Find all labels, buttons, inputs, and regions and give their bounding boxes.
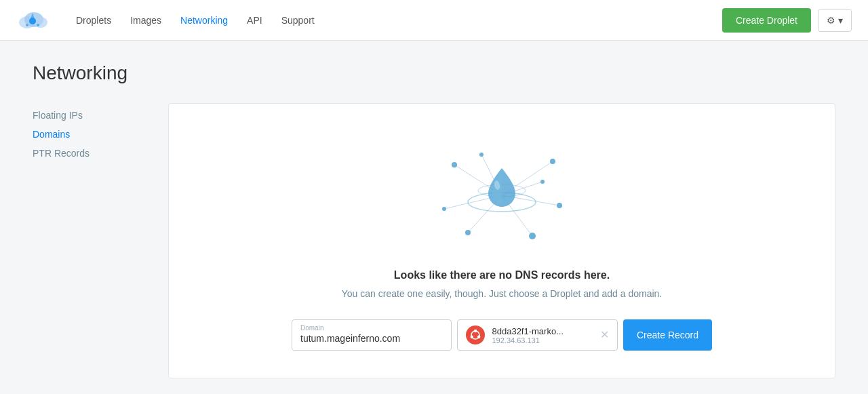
settings-button[interactable]: ⚙ ▾ <box>818 9 852 32</box>
svg-point-30 <box>471 336 473 338</box>
domain-input[interactable] <box>300 333 443 344</box>
domain-input-wrap[interactable]: Domain <box>292 319 452 351</box>
nav-support[interactable]: Support <box>281 15 315 26</box>
droplet-avatar <box>466 326 485 344</box>
svg-point-4 <box>29 18 36 24</box>
create-record-button[interactable]: Create Record <box>623 319 712 351</box>
content-layout: Floating IPs Domains PTR Records <box>33 103 835 378</box>
svg-point-20 <box>442 207 446 211</box>
svg-point-28 <box>474 330 477 332</box>
svg-point-15 <box>452 162 457 168</box>
svg-point-22 <box>479 153 484 157</box>
logo <box>16 7 49 33</box>
empty-state-title: Looks like there are no DNS records here… <box>394 269 610 281</box>
svg-point-17 <box>557 203 562 208</box>
sidebar-item-domains[interactable]: Domains <box>33 125 168 144</box>
sidebar-item-floating-ips[interactable]: Floating IPs <box>33 106 168 125</box>
nav-networking[interactable]: Networking <box>180 15 228 26</box>
droplet-info: 8dda32f1-marko... 192.34.63.131 <box>492 326 593 344</box>
svg-point-29 <box>477 336 480 338</box>
page-title: Networking <box>33 62 835 84</box>
svg-point-19 <box>465 230 471 235</box>
main-panel: Looks like there are no DNS records here… <box>168 103 835 378</box>
sidebar: Floating IPs Domains PTR Records <box>33 103 168 378</box>
svg-point-6 <box>37 24 39 26</box>
empty-state-illustration <box>427 131 576 253</box>
page-content: Networking Floating IPs Domains PTR Reco… <box>0 41 868 394</box>
svg-point-5 <box>26 24 28 26</box>
nav-links: Droplets Images Networking API Support <box>76 15 701 26</box>
svg-point-21 <box>540 180 545 184</box>
svg-point-18 <box>529 233 536 239</box>
gear-icon: ⚙ <box>827 15 835 26</box>
remove-droplet-button[interactable]: ✕ <box>600 330 609 340</box>
chevron-down-icon: ▾ <box>838 15 843 26</box>
droplet-ip: 192.34.63.131 <box>492 336 593 344</box>
droplet-selector[interactable]: 8dda32f1-marko... 192.34.63.131 ✕ <box>457 319 617 351</box>
domain-field-label: Domain <box>300 324 443 332</box>
create-record-form: Domain <box>292 319 712 351</box>
sidebar-item-ptr-records[interactable]: PTR Records <box>33 144 168 163</box>
svg-point-16 <box>550 159 555 164</box>
navbar: Droplets Images Networking API Support C… <box>0 0 868 41</box>
create-droplet-button[interactable]: Create Droplet <box>722 8 811 33</box>
nav-images[interactable]: Images <box>130 15 161 26</box>
nav-droplets[interactable]: Droplets <box>76 15 111 26</box>
empty-state-subtitle: You can create one easily, though. Just … <box>342 288 662 299</box>
nav-api[interactable]: API <box>247 15 262 26</box>
svg-point-2 <box>34 17 47 28</box>
navbar-actions: Create Droplet ⚙ ▾ <box>722 8 852 33</box>
droplet-name: 8dda32f1-marko... <box>492 326 593 336</box>
